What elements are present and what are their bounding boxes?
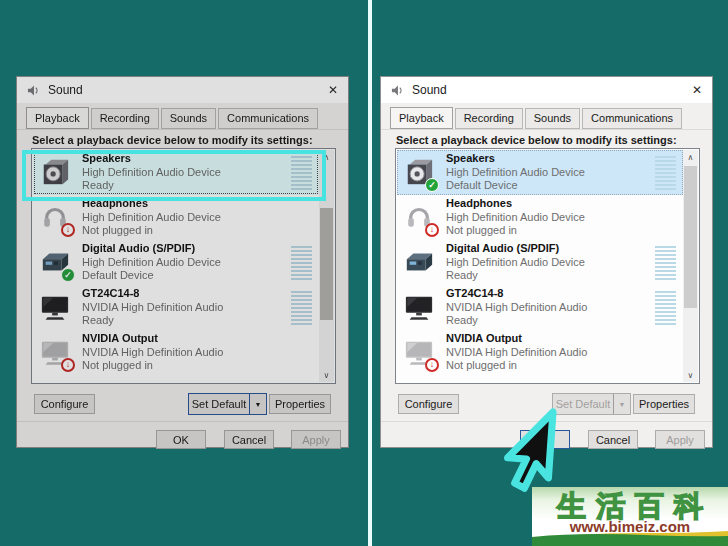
sound-dialog-left: Sound ✕ Playback Recording Sounds Commun… [16,76,349,448]
device-status: Ready [82,314,223,328]
properties-button[interactable]: Properties [633,394,695,414]
tab-playback[interactable]: Playback [390,107,453,129]
speaker-icon [40,157,72,189]
scroll-down-icon[interactable]: ∨ [319,368,334,382]
device-description: NVIDIA High Definition Audio [82,301,223,315]
list-scrollbar[interactable]: ∧ ∨ [683,150,698,382]
device-row-headphones[interactable]: ↓ Headphones High Definition Audio Devic… [33,195,319,240]
monitor-gray-icon: ↓ [40,337,72,369]
device-status: Not plugged in [446,359,587,373]
device-row-nvidia-output[interactable]: ↓ NVIDIA Output NVIDIA High Definition A… [397,330,683,375]
monitor-icon [404,292,436,324]
device-description: NVIDIA High Definition Audio [82,346,223,360]
spdif-device-icon [404,247,436,279]
device-status: Default Device [446,179,585,193]
device-name: Speakers [446,152,585,166]
set-default-dropdown-icon[interactable]: ▼ [249,394,266,414]
device-row-speakers[interactable]: Speakers High Definition Audio Device Re… [33,150,319,195]
device-description: High Definition Audio Device [82,211,221,225]
level-meter [655,246,679,280]
device-name: Speakers [82,152,221,166]
tab-communications[interactable]: Communications [218,108,318,129]
scrollbar-thumb[interactable] [684,166,697,308]
set-default-button[interactable]: Set Default [553,394,613,414]
headphones-icon: ↓ [404,202,436,234]
device-name: NVIDIA Output [446,332,587,346]
close-icon[interactable]: ✕ [328,83,338,97]
level-meter [291,291,315,325]
set-default-split-button[interactable]: Set Default ▼ [552,393,631,415]
tab-recording[interactable]: Recording [455,108,523,129]
list-scrollbar[interactable]: ∧ ∨ [319,150,334,382]
device-list: ✓ Speakers High Definition Audio Device … [395,148,700,384]
device-row-speakers[interactable]: ✓ Speakers High Definition Audio Device … [397,150,683,195]
device-name: Headphones [82,197,221,211]
unplugged-badge-icon: ↓ [61,223,75,237]
set-default-split-button[interactable]: Set Default ▼ [188,393,267,415]
ok-button[interactable]: OK [156,430,206,449]
device-name: GT24C14-8 [446,287,587,301]
monitor-gray-icon: ↓ [404,337,436,369]
device-list: Speakers High Definition Audio Device Re… [31,148,336,384]
scrollbar-thumb[interactable] [320,208,333,320]
wave-decoration [532,522,728,546]
device-description: High Definition Audio Device [82,166,221,180]
cancel-button[interactable]: Cancel [224,430,274,449]
sound-speaker-icon [391,84,404,97]
close-icon[interactable]: ✕ [692,83,702,97]
headphones-icon: ↓ [40,202,72,234]
device-name: Digital Audio (S/PDIF) [82,242,221,256]
device-status: Not plugged in [82,224,221,238]
device-name: Digital Audio (S/PDIF) [446,242,585,256]
configure-button[interactable]: Configure [398,394,459,414]
device-row-spdif[interactable]: Digital Audio (S/PDIF) High Definition A… [397,240,683,285]
device-row-gt24c14[interactable]: GT24C14-8 NVIDIA High Definition Audio R… [397,285,683,330]
scroll-up-icon[interactable]: ∧ [319,150,334,164]
device-description: High Definition Audio Device [446,211,585,225]
configure-button[interactable]: Configure [34,394,95,414]
device-name: GT24C14-8 [82,287,223,301]
device-row-gt24c14[interactable]: GT24C14-8 NVIDIA High Definition Audio R… [33,285,319,330]
device-description: High Definition Audio Device [446,166,585,180]
mouse-cursor-icon [495,400,562,500]
cancel-button[interactable]: Cancel [588,430,638,449]
level-meter [291,246,315,280]
device-description: NVIDIA High Definition Audio [446,346,587,360]
speaker-icon: ✓ [404,157,436,189]
device-row-spdif[interactable]: ✓ Digital Audio (S/PDIF) High Definition… [33,240,319,285]
tab-playback[interactable]: Playback [26,107,89,129]
playback-prompt: Select a playback device below to modify… [396,134,677,146]
device-description: High Definition Audio Device [446,256,585,270]
sound-dialog-right: Sound ✕ Playback Recording Sounds Commun… [380,76,713,448]
level-meter [655,291,679,325]
device-row-headphones[interactable]: ↓ Headphones High Definition Audio Devic… [397,195,683,240]
panel-divider [368,0,372,546]
set-default-dropdown-icon[interactable]: ▼ [613,394,630,414]
scroll-down-icon[interactable]: ∨ [683,368,698,382]
level-meter [655,156,679,190]
device-status: Ready [446,269,585,283]
apply-button[interactable]: Apply [291,430,341,449]
tab-sounds[interactable]: Sounds [525,108,580,129]
device-row-nvidia-output[interactable]: ↓ NVIDIA Output NVIDIA High Definition A… [33,330,319,375]
scroll-up-icon[interactable]: ∧ [683,150,698,164]
playback-prompt: Select a playback device below to modify… [32,134,313,146]
device-status: Default Device [82,269,221,283]
apply-button[interactable]: Apply [655,430,705,449]
device-status: Ready [446,314,587,328]
default-check-icon: ✓ [425,178,439,192]
sound-speaker-icon [27,84,40,97]
spdif-device-icon: ✓ [40,247,72,279]
tab-sounds[interactable]: Sounds [161,108,216,129]
device-name: Headphones [446,197,585,211]
unplugged-badge-icon: ↓ [61,358,75,372]
tab-communications[interactable]: Communications [582,108,682,129]
window-title: Sound [48,83,83,97]
device-description: High Definition Audio Device [82,256,221,270]
default-check-icon: ✓ [61,268,75,282]
properties-button[interactable]: Properties [269,394,331,414]
tab-recording[interactable]: Recording [91,108,159,129]
tab-divider [17,129,348,130]
set-default-button[interactable]: Set Default [189,394,249,414]
device-description: NVIDIA High Definition Audio [446,301,587,315]
